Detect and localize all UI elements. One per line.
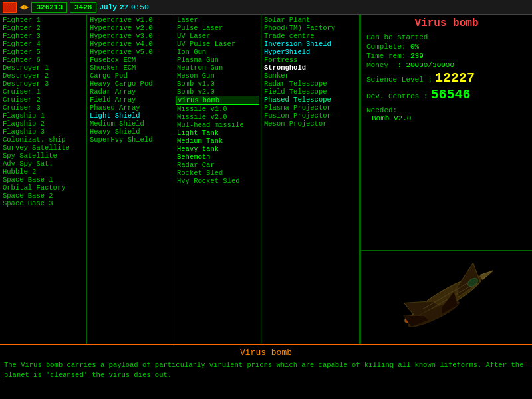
equipment-item[interactable]: Medium Tank [176, 137, 259, 145]
equipment-item[interactable]: Ion Gun [176, 48, 259, 56]
equipment-item[interactable]: Heavy tank [176, 145, 259, 153]
equipment-item[interactable]: Fusebox ECM [88, 56, 172, 64]
ship-item[interactable]: Flagship 2 [1, 120, 84, 128]
ship-item[interactable]: Space Base 3 [1, 200, 84, 207]
timerem-line: Time rem: 239 [366, 52, 527, 60]
science-line: Science Level : 12227 [366, 70, 527, 86]
equipment-item[interactable]: UV Laser [176, 32, 259, 40]
equipment-item[interactable]: Radar Car [176, 161, 259, 169]
ship-item[interactable]: Spy Satellite [1, 152, 84, 160]
menu-button[interactable]: ☰ [3, 2, 17, 13]
equipment-item[interactable]: Hyperdrive v4.0 [88, 40, 172, 48]
ship-item[interactable]: Destroyer 3 [1, 80, 84, 88]
equipment-item[interactable]: Laser [176, 16, 259, 24]
status-label: Can be started [366, 33, 428, 41]
ship-item[interactable]: Fighter 1 [1, 16, 84, 24]
equipment-item[interactable]: Shocker ECM [88, 64, 172, 72]
ship-item[interactable]: Fighter 3 [1, 32, 84, 40]
equipment-col1: Hyperdrive v1.0Hyperdrive v2.0Hyperdrive… [87, 15, 174, 344]
equipment-item[interactable]: Phood(TM) Factory [263, 24, 346, 32]
equipment-item[interactable]: Heavy Cargo Pod [88, 80, 172, 88]
equipment-item[interactable]: Field Telescope [263, 88, 346, 96]
equipment-item[interactable]: Hvy Rocket Sled [176, 177, 259, 185]
ship-item[interactable]: Fighter 4 [1, 40, 84, 48]
equipment-item[interactable]: Pulse Laser [176, 24, 259, 32]
ship-item[interactable]: Space Base 2 [1, 192, 84, 200]
equipment-item[interactable]: Phased Array [88, 104, 172, 112]
equipment-item[interactable]: Solar Plant [263, 16, 346, 24]
equipment-item[interactable]: Fortress [263, 56, 346, 64]
complete-label: Complete: [366, 43, 410, 51]
equipment-item[interactable]: Hyperdrive v1.0 [88, 16, 172, 24]
main-area: Fighter 1Fighter 2Fighter 3Fighter 4Figh… [0, 15, 532, 344]
equipment-item[interactable]: Heavy Shield [88, 128, 172, 136]
ship-item[interactable]: Flagship 1 [1, 112, 84, 120]
equipment-item[interactable]: Missile v2.0 [176, 113, 259, 121]
equipment-item[interactable]: Field Array [88, 96, 172, 104]
ship-item[interactable]: Fighter 6 [1, 56, 84, 64]
equipment-item[interactable]: Hyperdrive v3.0 [88, 32, 172, 40]
nav-arrows: ◀▶ [19, 2, 29, 12]
equipment-item[interactable]: Bomb v1.0 [176, 80, 259, 88]
day-display: 27 [120, 3, 128, 11]
equipment-item[interactable]: Plasma Projector [263, 104, 346, 112]
devcentres-line: Dev. Centres : 56546 [366, 87, 527, 102]
equipment-item[interactable]: Bunker [263, 72, 346, 80]
ship-item[interactable]: Space Base 1 [1, 176, 84, 184]
score-display: 326213 [31, 2, 67, 13]
ship-item[interactable]: Destroyer 2 [1, 72, 84, 80]
equipment-item[interactable]: Mul-head missile [176, 121, 259, 129]
science-label: Science Level : [366, 76, 432, 84]
equipment-item[interactable]: SuperHvy Shield [88, 136, 172, 144]
equipment-item[interactable]: Hyperdrive v5.0 [88, 48, 172, 56]
equipment-item[interactable]: Virus bomb [176, 96, 259, 105]
equipment-item[interactable]: Light Tank [176, 129, 259, 137]
ship-item[interactable]: Cruiser 3 [1, 104, 84, 112]
money-label: Money : [366, 61, 406, 69]
equipment-item[interactable]: Radar Telescope [263, 80, 346, 88]
ship-item[interactable]: Fighter 2 [1, 24, 84, 32]
equipment-item[interactable]: HyperShield [263, 48, 346, 56]
equipment-item[interactable]: Phased Telescope [263, 96, 346, 104]
equipment-item[interactable]: Medium Shield [88, 120, 172, 128]
time-display: 0:50 [131, 3, 148, 11]
equipment-item[interactable]: Meson Projector [263, 120, 346, 128]
equipment-item[interactable]: Stronghold [263, 64, 346, 72]
ship-item[interactable]: Orbital Factory [1, 184, 84, 192]
equipment-item[interactable]: Hyperdrive v2.0 [88, 24, 172, 32]
equipment-item[interactable]: Bomb v2.0 [176, 88, 259, 96]
equipment-item[interactable]: Inversion Shield [263, 40, 346, 48]
equipment-item[interactable]: UV Pulse Laser [176, 40, 259, 48]
money-value: 20000/30000 [406, 61, 454, 69]
ship-item[interactable]: Flagship 3 [1, 128, 84, 136]
equipment-area: Hyperdrive v1.0Hyperdrive v2.0Hyperdrive… [87, 15, 360, 344]
ship-item[interactable]: Adv Spy Sat. [1, 160, 84, 168]
ship-item[interactable]: Destroyer 1 [1, 64, 84, 72]
ship-item[interactable]: Cruiser 2 [1, 96, 84, 104]
ship-item[interactable]: Hubble 2 [1, 168, 84, 176]
equipment-item[interactable]: Trade centre [263, 32, 346, 40]
ship-item[interactable]: Survey Satellite [1, 144, 84, 152]
top-bar: ☰ ◀▶ 326213 3428 July 27 0:50 [0, 0, 532, 15]
equipment-item[interactable]: Neutron Gun [176, 64, 259, 72]
equipment-col2: LaserPulse LaserUV LaserUV Pulse LaserIo… [174, 15, 261, 344]
item-title: Virus bomb [366, 17, 527, 29]
equipment-item[interactable]: Plasma Gun [176, 56, 259, 64]
equipment-item[interactable]: Radar Array [88, 88, 172, 96]
needed-item: Bomb v2.0 [372, 114, 527, 122]
ship-item[interactable]: Fighter 5 [1, 48, 84, 56]
equipment-item[interactable]: Light Shield [88, 112, 172, 120]
month-display: July [99, 3, 116, 11]
equipment-item[interactable]: Rocket Sled [176, 169, 259, 177]
money-line: Money : 20000/30000 [366, 61, 527, 69]
equipment-item[interactable]: Missile v1.0 [176, 105, 259, 113]
info-panel: Virus bomb Can be started Complete: 0% T… [360, 15, 532, 344]
description-text: The Virus bomb carries a payload of part… [4, 360, 528, 380]
equipment-item[interactable]: Fusion Projector [263, 112, 346, 120]
equipment-item[interactable]: Behemoth [176, 153, 259, 161]
ship-item[interactable]: Colonizat. ship [1, 136, 84, 144]
ship-item[interactable]: Cruiser 1 [1, 88, 84, 96]
equipment-item[interactable]: Meson Gun [176, 72, 259, 80]
devcentres-label: Dev. Centres : [366, 92, 428, 100]
equipment-item[interactable]: Cargo Pod [88, 72, 172, 80]
